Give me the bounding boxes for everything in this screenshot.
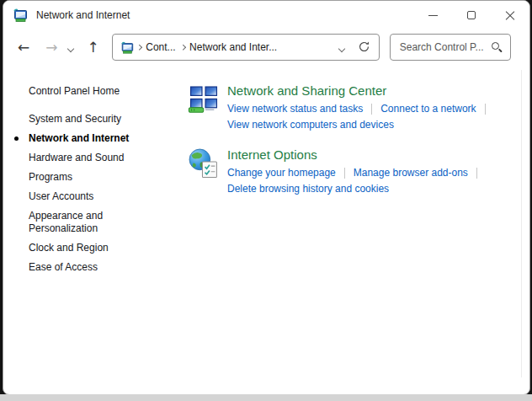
- sidebar-item-label: Clock and Region: [29, 242, 109, 254]
- link-change-your-homepage[interactable]: Change your homepage: [227, 167, 336, 179]
- up-arrow-icon: ↑: [88, 39, 99, 56]
- up-button[interactable]: ↑: [88, 40, 99, 55]
- link-separator: [476, 168, 477, 179]
- breadcrumb-item-control-panel[interactable]: Cont...: [141, 41, 180, 53]
- section-body: Internet Options Change your homepage Ma…: [227, 147, 486, 199]
- sidebar-item-label: Appearance and Personalization: [29, 210, 103, 234]
- window-title: Network and Internet: [36, 9, 130, 21]
- globe-checklist-icon[interactable]: [188, 147, 220, 179]
- sidebar-item-control-panel-home[interactable]: Control Panel Home: [29, 85, 157, 98]
- minimize-button[interactable]: [413, 1, 452, 29]
- titlebar: Network and Internet: [3, 1, 529, 29]
- recent-locations-button[interactable]: [68, 41, 73, 54]
- refresh-icon: [358, 40, 370, 53]
- section-body: Network and Sharing Center View network …: [227, 83, 494, 135]
- navigation-toolbar: ← → ↑ Cont... Network and Inter...: [3, 29, 529, 67]
- task-link-row: View network computers and devices: [227, 119, 494, 131]
- link-separator: [344, 168, 345, 179]
- section-title-internet-options[interactable]: Internet Options: [227, 147, 317, 163]
- sidebar-item-programs[interactable]: Programs: [29, 171, 157, 184]
- link-view-network-computers-and-devices[interactable]: View network computers and devices: [227, 119, 394, 131]
- link-separator: [371, 104, 372, 115]
- breadcrumb-item-network-and-internet[interactable]: Network and Inter...: [184, 41, 282, 53]
- address-dropdown-chevron-icon: [338, 45, 345, 51]
- network-computers-icon[interactable]: [188, 83, 220, 115]
- sidebar: Control Panel Home System and Security N…: [3, 67, 162, 281]
- sidebar-item-network-and-internet[interactable]: Network and Internet: [29, 132, 157, 145]
- desktop-strip: [0, 394, 532, 401]
- minimize-icon: [428, 15, 438, 16]
- forward-button[interactable]: →: [45, 40, 57, 55]
- sidebar-item-system-and-security[interactable]: System and Security: [29, 113, 157, 126]
- window-controls: [413, 1, 529, 29]
- maximize-button[interactable]: [452, 1, 491, 29]
- link-separator: [485, 104, 486, 115]
- sidebar-item-label: Programs: [29, 171, 72, 183]
- sidebar-item-label: Hardware and Sound: [29, 152, 124, 163]
- sidebar-item-label: Control Panel Home: [29, 85, 120, 97]
- back-button[interactable]: ←: [18, 40, 29, 55]
- sidebar-item-hardware-and-sound[interactable]: Hardware and Sound: [29, 152, 157, 164]
- control-panel-icon: [13, 8, 28, 22]
- sidebar-item-label: User Accounts: [29, 190, 93, 202]
- sidebar-item-appearance-and-personalization[interactable]: Appearance and Personalization: [29, 210, 157, 235]
- sidebar-item-label: System and Security: [29, 113, 121, 125]
- search-box: [390, 34, 511, 61]
- section-title-network-and-sharing-center[interactable]: Network and Sharing Center: [227, 83, 386, 99]
- sidebar-item-ease-of-access[interactable]: Ease of Access: [29, 261, 157, 274]
- sidebar-item-user-accounts[interactable]: User Accounts: [29, 190, 157, 203]
- sidebar-item-label: Ease of Access: [29, 261, 98, 273]
- link-delete-browsing-history-and-cookies[interactable]: Delete browsing history and cookies: [227, 183, 389, 195]
- task-link-row: View network status and tasks Connect to…: [227, 103, 494, 115]
- main-content: Network and Sharing Center View network …: [162, 67, 529, 211]
- link-manage-browser-add-ons[interactable]: Manage browser add-ons: [354, 167, 468, 179]
- sidebar-item-clock-and-region[interactable]: Clock and Region: [29, 242, 157, 254]
- window-body: Control Panel Home System and Security N…: [3, 67, 529, 281]
- active-item-bullet: [14, 136, 19, 141]
- address-bar[interactable]: Cont... Network and Inter...: [112, 34, 380, 61]
- control-panel-icon: [120, 41, 134, 54]
- control-panel-window: Network and Internet ← → ↑ Cont... Netwo…: [3, 0, 530, 395]
- link-connect-to-a-network[interactable]: Connect to a network: [380, 103, 476, 115]
- search-icon: [491, 41, 503, 53]
- sidebar-item-label: Network and Internet: [29, 132, 129, 144]
- section-internet-options: Internet Options Change your homepage Ma…: [188, 147, 514, 199]
- task-link-row: Change your homepage Manage browser add-…: [227, 167, 486, 179]
- maximize-icon: [467, 11, 476, 19]
- close-icon: [505, 10, 515, 20]
- link-view-network-status-and-tasks[interactable]: View network status and tasks: [227, 103, 363, 115]
- forward-arrow-icon: →: [45, 39, 57, 56]
- task-link-row: Delete browsing history and cookies: [227, 183, 486, 195]
- search-input[interactable]: [398, 40, 491, 54]
- refresh-button[interactable]: [358, 40, 371, 54]
- content-scroll-gutter: [521, 70, 522, 377]
- section-network-and-sharing-center: Network and Sharing Center View network …: [188, 83, 514, 135]
- address-dropdown-button[interactable]: [339, 41, 344, 54]
- back-arrow-icon: ←: [18, 39, 29, 56]
- recent-locations-chevron-icon: [66, 45, 73, 51]
- close-button[interactable]: [491, 1, 529, 29]
